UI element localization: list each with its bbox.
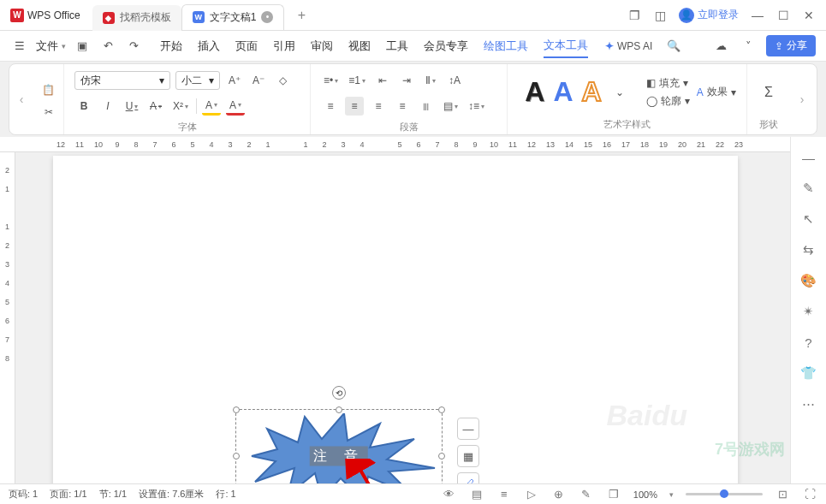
sort-button[interactable]: ↕A — [445, 71, 464, 90]
align-right-button[interactable]: ≡ — [369, 97, 388, 116]
minimize-icon[interactable]: — — [751, 9, 764, 22]
menu-start[interactable]: 开始 — [160, 35, 182, 57]
side-help-icon[interactable]: ? — [800, 334, 817, 351]
menu-member[interactable]: 会员专享 — [424, 35, 468, 57]
zoom-thumb[interactable] — [720, 489, 728, 498]
side-collapse-icon[interactable]: — — [800, 149, 817, 166]
horizontal-ruler[interactable]: 1211109876543211234567891011121314151617… — [0, 137, 790, 152]
ribbon-scroll-right[interactable]: › — [790, 64, 814, 134]
format-painter-tool-icon[interactable]: 🖌 — [457, 472, 479, 483]
wordart-style-2[interactable]: A — [553, 76, 573, 108]
ribbon-scroll-left[interactable]: ‹ — [9, 64, 33, 134]
side-tools-icon[interactable]: ✴ — [800, 303, 817, 320]
view-page-icon[interactable]: ▤ — [469, 487, 484, 502]
columns-button[interactable]: ▤▾ — [441, 97, 461, 116]
side-select-icon[interactable]: ↖ — [800, 210, 817, 228]
wordart-gallery[interactable]: A A A ⌄ — [518, 73, 635, 111]
view-layers-icon[interactable]: ❐ — [606, 487, 621, 502]
text-outline-button[interactable]: ◯轮廓▾ — [646, 94, 690, 109]
resize-handle-tl[interactable] — [233, 406, 240, 413]
resize-handle-mr[interactable] — [438, 453, 445, 460]
italic-button[interactable]: I — [98, 97, 117, 116]
cloud-icon[interactable]: ☁ — [711, 37, 730, 56]
bullets-button[interactable]: ≡•▾ — [321, 71, 341, 90]
distribute-button[interactable]: ⫼ — [417, 97, 436, 116]
menu-view[interactable]: 视图 — [348, 35, 371, 57]
numbering-button[interactable]: ≡1▾ — [346, 71, 368, 90]
status-page-no[interactable]: 页码: 1 — [9, 488, 38, 501]
menu-reference[interactable]: 引用 — [273, 35, 295, 57]
superscript-button[interactable]: X²▾ — [170, 97, 191, 116]
status-setval[interactable]: 设置值: 7.6厘米 — [139, 488, 204, 501]
cube-icon[interactable]: ◫ — [653, 9, 667, 22]
wordart-more-button[interactable]: ⌄ — [610, 83, 629, 102]
resize-handle-tr[interactable] — [438, 406, 445, 413]
view-edit-icon[interactable]: ✎ — [579, 487, 594, 502]
font-name-select[interactable]: 仿宋▾ — [74, 71, 170, 90]
side-pencil-icon[interactable]: ✎ — [800, 180, 817, 197]
window-mode-icon[interactable]: ❐ — [627, 9, 641, 22]
maximize-icon[interactable]: ☐ — [776, 9, 790, 22]
zoom-value[interactable]: 100% — [633, 489, 657, 500]
document-area[interactable]: 1211109876543211234567891011121314151617… — [0, 137, 790, 483]
tab-document-active[interactable]: W 文字文稿1 • — [181, 4, 285, 30]
side-palette-icon[interactable]: 🎨 — [800, 272, 817, 289]
formula-icon[interactable]: Σ — [759, 83, 778, 102]
menu-drawing-tools[interactable]: 绘图工具 — [484, 35, 528, 57]
underline-button[interactable]: U▾ — [122, 97, 141, 116]
view-read-icon[interactable]: 👁 — [442, 487, 457, 502]
menu-tools[interactable]: 工具 — [386, 35, 408, 57]
collapse-tool-icon[interactable]: — — [457, 418, 479, 440]
shrink-font-icon[interactable]: A⁻ — [249, 71, 268, 90]
highlight-button[interactable]: A▾ — [202, 97, 221, 116]
side-skin-icon[interactable]: 👕 — [800, 365, 817, 382]
line-spacing-button[interactable]: ↕≡▾ — [466, 97, 487, 116]
text-fill-button[interactable]: ◧填充▾ — [646, 76, 690, 91]
side-more-icon[interactable]: ⋯ — [800, 395, 817, 412]
menu-text-tools[interactable]: 文本工具 — [544, 34, 588, 58]
align-justify-button[interactable]: ≡ — [393, 97, 412, 116]
wps-ai-button[interactable]: ✦ WPS AI — [605, 40, 652, 52]
shape-text[interactable]: 注 音 — [310, 447, 368, 466]
dedent-button[interactable]: ⇤ — [373, 71, 392, 90]
font-size-select[interactable]: 小二▾ — [175, 71, 220, 90]
fit-width-icon[interactable]: ⊡ — [775, 487, 790, 502]
menu-insert[interactable]: 插入 — [198, 35, 220, 57]
tab-add-button[interactable]: + — [291, 5, 312, 26]
view-play-icon[interactable]: ▷ — [524, 487, 539, 502]
rotation-handle[interactable]: ⟲ — [332, 386, 346, 400]
shape-selection-box[interactable]: ⟲ 注 音 — [235, 409, 443, 483]
menu-review[interactable]: 审阅 — [311, 35, 333, 57]
file-menu[interactable]: 文件 ▾ — [36, 39, 66, 54]
hamburger-icon[interactable]: ☰ — [10, 37, 29, 56]
font-color-button[interactable]: A▾ — [226, 97, 245, 116]
menu-page[interactable]: 页面 — [235, 35, 258, 57]
status-page[interactable]: 页面: 1/1 — [50, 488, 86, 501]
fullscreen-icon[interactable]: ⛶ — [802, 487, 817, 502]
indent-button[interactable]: ⇥ — [397, 71, 416, 90]
redo-icon[interactable]: ↷ — [124, 37, 143, 56]
undo-icon[interactable]: ↶ — [98, 37, 117, 56]
paste-icon[interactable]: 📋 — [39, 80, 58, 99]
strike-button[interactable]: A▾ — [146, 97, 165, 116]
search-icon[interactable]: 🔍 — [664, 37, 683, 56]
tab-dirty-indicator[interactable]: • — [261, 11, 273, 23]
clear-format-icon[interactable]: ◇ — [273, 71, 292, 90]
wrap-text-tool-icon[interactable]: ▦ — [457, 445, 479, 467]
status-line[interactable]: 行: 1 — [216, 488, 235, 501]
side-flow-icon[interactable]: ⇆ — [800, 241, 817, 258]
login-button[interactable]: 👤 立即登录 — [679, 8, 739, 23]
save-icon[interactable]: ▣ — [73, 37, 92, 56]
wordart-style-1[interactable]: A — [525, 76, 544, 108]
align-left-button[interactable]: ≡ — [321, 97, 340, 116]
status-section[interactable]: 节: 1/1 — [99, 488, 127, 501]
grow-font-icon[interactable]: A⁺ — [225, 71, 244, 90]
resize-handle-tm[interactable] — [336, 406, 342, 413]
collapse-ribbon-icon[interactable]: ˅ — [739, 37, 758, 56]
cut-icon[interactable]: ✂ — [39, 103, 58, 122]
text-direction-button[interactable]: Ⅱ▾ — [421, 71, 440, 90]
wordart-style-3[interactable]: A — [582, 76, 602, 108]
view-web-icon[interactable]: ⊕ — [551, 487, 567, 502]
text-effects-button[interactable]: A效果▾ — [697, 85, 736, 99]
bold-button[interactable]: B — [74, 97, 93, 116]
